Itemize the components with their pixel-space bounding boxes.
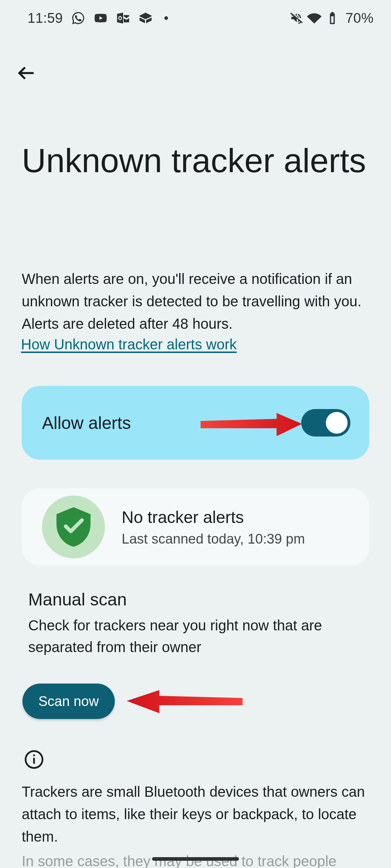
tracker-status-card: No tracker alerts Last scanned today, 10… (22, 488, 369, 566)
scan-now-button[interactable]: Scan now (22, 684, 115, 719)
wifi-icon (307, 11, 321, 25)
more-notifications-dot (164, 16, 168, 20)
mute-icon (289, 11, 303, 25)
info-icon (24, 749, 44, 770)
nav-bar-handle[interactable] (152, 857, 239, 861)
manual-scan-title: Manual scan (28, 590, 363, 609)
status-subtitle: Last scanned today, 10:39 pm (122, 531, 305, 547)
annotation-arrow-scan (127, 690, 243, 713)
toggle-knob (326, 412, 348, 434)
status-bar: 11:59 70% (0, 0, 391, 36)
page-description: When alerts are on, you'll receive a not… (22, 268, 369, 335)
whatsapp-icon (71, 11, 85, 25)
allow-alerts-label: Allow alerts (42, 413, 131, 433)
outlook-icon (116, 11, 130, 25)
package-icon (138, 11, 153, 25)
how-it-works-link[interactable]: How Unknown tracker alerts work (21, 336, 237, 353)
allow-alerts-toggle[interactable] (301, 409, 350, 437)
svg-point-2 (33, 754, 35, 756)
clock-time: 11:59 (28, 10, 63, 26)
manual-scan-section: Manual scan Check for trackers near you … (28, 590, 363, 658)
battery-percent: 70% (345, 10, 374, 26)
battery-icon (325, 11, 340, 25)
allow-alerts-card: Allow alerts (22, 386, 369, 460)
status-title: No tracker alerts (122, 507, 305, 527)
info-paragraph-1: Trackers are small Bluetooth devices tha… (22, 780, 369, 848)
youtube-icon (93, 11, 108, 25)
page-title: Unknown tracker alerts (22, 139, 369, 182)
manual-scan-description: Check for trackers near you right now th… (28, 614, 363, 658)
shield-check-icon (42, 495, 105, 558)
back-button[interactable] (13, 60, 39, 86)
